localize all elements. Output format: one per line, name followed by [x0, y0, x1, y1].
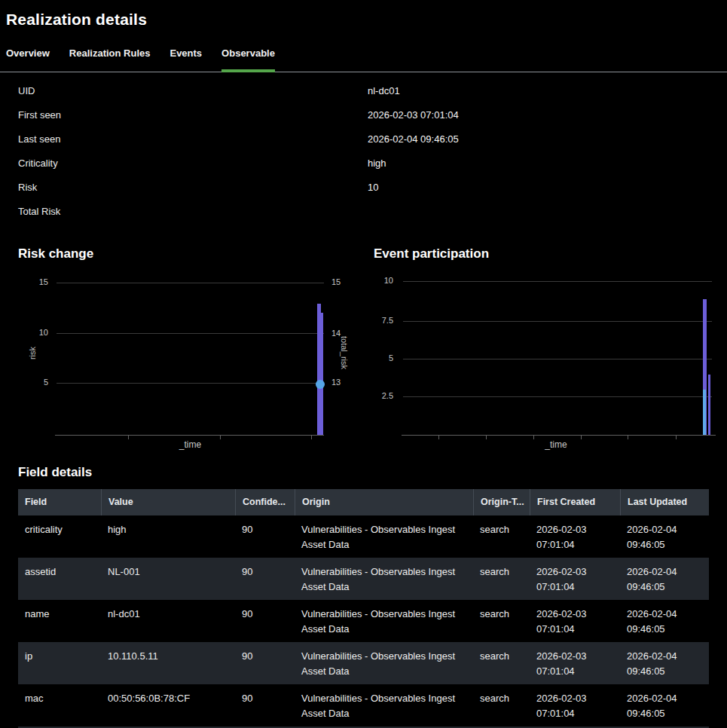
detail-value: high — [368, 158, 386, 169]
column-header-last-updated[interactable]: Last Updated — [620, 489, 709, 515]
table-header-row: Field Value Confide... Origin Origin-T..… — [18, 489, 709, 515]
realization-details-page: Realization details Overview Realization… — [0, 0, 727, 728]
x-tick — [581, 436, 582, 439]
cell-first-created: 2026-02-03 07:01:04 — [530, 600, 620, 642]
detail-label: Criticality — [18, 158, 368, 169]
detail-row-first-seen: First seen 2026-02-03 07:01:04 — [18, 102, 709, 127]
detail-row-risk: Risk 10 — [18, 175, 709, 199]
x-tick — [311, 436, 312, 439]
gridline — [403, 359, 712, 359]
chart-title: Event participation — [374, 246, 489, 262]
cell-origin-type: search — [473, 642, 530, 684]
cell-first-created: 2026-02-03 07:01:04 — [530, 642, 620, 684]
cell-field: ip — [18, 642, 101, 684]
cell-confidence: 90 — [235, 558, 295, 600]
detail-value: 2026-02-04 09:46:05 — [368, 133, 459, 145]
detail-value: 10 — [368, 182, 378, 193]
cell-value: 10.110.5.11 — [101, 642, 235, 684]
x-tick — [628, 436, 628, 439]
table-row-ip[interactable]: ip 10.110.5.11 90 Vulnerabilities - Obse… — [18, 642, 709, 684]
cell-value: high — [101, 515, 235, 558]
cell-first-created: 2026-02-03 07:01:04 — [530, 515, 620, 558]
y-tick-label: 7.5 — [371, 316, 393, 326]
total-risk-column[interactable] — [321, 313, 323, 435]
y-tick-label: 15 — [29, 277, 48, 287]
detail-label: First seen — [18, 109, 368, 121]
cell-field: assetid — [18, 558, 101, 600]
cell-confidence: 90 — [235, 642, 295, 684]
cell-origin-type: search — [473, 558, 530, 600]
column-header-field[interactable]: Field — [18, 489, 101, 515]
risk-point-marker[interactable] — [316, 380, 325, 389]
x-axis-line — [55, 435, 324, 436]
detail-value: nl-dc01 — [368, 85, 400, 96]
column-header-origin-type[interactable]: Origin-T... — [473, 489, 530, 515]
table-row-assetid[interactable]: assetid NL-001 90 Vulnerabilities - Obse… — [18, 558, 709, 600]
event-column[interactable] — [708, 375, 710, 435]
x-tick — [128, 436, 129, 439]
cell-origin: Vulnerabilities - Observables Ingest Ass… — [295, 600, 473, 642]
observable-summary: UID nl-dc01 First seen 2026-02-03 07:01:… — [18, 78, 709, 223]
cell-confidence: 90 — [235, 515, 295, 558]
tab-bar: Overview Realization Rules Events Observ… — [6, 46, 275, 72]
cell-confidence: 90 — [235, 600, 295, 642]
cell-field: name — [18, 600, 101, 642]
cell-value: nl-dc01 — [101, 600, 235, 642]
x-axis-label: _time — [536, 439, 576, 450]
tab-events[interactable]: Events — [170, 46, 202, 72]
y-tick-label: 5 — [371, 353, 393, 363]
y2-axis-label: total_risk — [340, 336, 349, 369]
y-tick-label: 2.5 — [371, 391, 393, 401]
cell-origin: Vulnerabilities - Observables Ingest Ass… — [295, 642, 473, 684]
cell-last-updated: 2026-02-04 09:46:05 — [620, 642, 709, 684]
cell-value: NL-001 — [101, 558, 235, 600]
field-details-heading: Field details — [18, 465, 92, 480]
table-row-mac[interactable]: mac 00:50:56:0B:78:CF 90 Vulnerabilities… — [18, 684, 709, 726]
cell-origin-type: search — [473, 600, 530, 642]
cell-value: 00:50:56:0B:78:CF — [101, 684, 235, 726]
gridline — [57, 383, 324, 384]
y2-tick-label: 15 — [331, 277, 351, 287]
gridline — [403, 321, 712, 322]
event-column-blue[interactable] — [703, 390, 706, 435]
cell-last-updated: 2026-02-04 09:46:05 — [620, 600, 709, 642]
cell-last-updated: 2026-02-04 09:46:05 — [620, 684, 709, 726]
cell-field: mac — [18, 684, 101, 726]
x-tick — [438, 436, 439, 439]
tab-overview[interactable]: Overview — [6, 46, 50, 72]
detail-row-uid: UID nl-dc01 — [18, 78, 709, 102]
x-tick — [533, 436, 534, 439]
column-header-first-created[interactable]: First Created — [530, 489, 620, 515]
y-axis-label: risk — [28, 347, 37, 359]
detail-value: 2026-02-03 07:01:04 — [368, 109, 459, 121]
table-row-name[interactable]: name nl-dc01 90 Vulnerabilities - Observ… — [18, 600, 709, 642]
detail-label: UID — [18, 85, 368, 96]
cell-origin: Vulnerabilities - Observables Ingest Ass… — [295, 558, 473, 600]
column-header-value[interactable]: Value — [101, 489, 235, 515]
cell-last-updated: 2026-02-04 09:46:05 — [620, 515, 709, 558]
y2-tick-label: 13 — [331, 378, 351, 387]
detail-row-total-risk: Total Risk — [18, 199, 709, 223]
x-axis-label: _time — [170, 439, 211, 450]
table-row-criticality[interactable]: criticality high 90 Vulnerabilities - Ob… — [18, 515, 709, 558]
page-title: Realization details — [6, 11, 147, 29]
cell-origin: Vulnerabilities - Observables Ingest Ass… — [295, 684, 473, 726]
cell-field: criticality — [18, 515, 101, 558]
column-header-confidence[interactable]: Confide... — [235, 489, 295, 515]
y-tick-label: 10 — [371, 276, 393, 286]
cell-first-created: 2026-02-03 07:01:04 — [530, 558, 620, 600]
cell-origin: Vulnerabilities - Observables Ingest Ass… — [295, 515, 473, 558]
tab-observable[interactable]: Observable — [221, 46, 275, 72]
detail-label: Risk — [18, 182, 368, 193]
detail-label: Total Risk — [18, 206, 368, 217]
x-axis-line — [402, 435, 716, 436]
tab-realization-rules[interactable]: Realization Rules — [69, 46, 151, 72]
detail-row-criticality: Criticality high — [18, 151, 709, 175]
detail-row-last-seen: Last seen 2026-02-04 09:46:05 — [18, 127, 709, 151]
x-tick — [486, 436, 487, 439]
y-tick-label: 10 — [29, 328, 48, 338]
cell-last-updated: 2026-02-04 09:46:05 — [620, 558, 709, 600]
chart-title: Risk change — [18, 246, 93, 262]
y-tick-label: 5 — [29, 378, 48, 387]
column-header-origin[interactable]: Origin — [295, 489, 473, 515]
